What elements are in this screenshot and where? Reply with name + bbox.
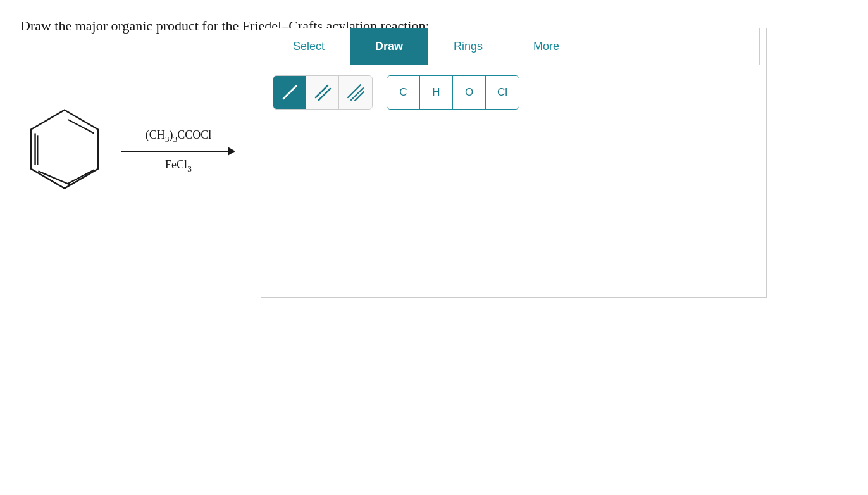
drawing-tool-panel: Select Draw Rings More: [261, 28, 767, 298]
atom-Cl-button[interactable]: Cl: [486, 76, 519, 109]
reaction-arrow-group: (CH3)3CCOCl FeCl3: [121, 128, 235, 173]
single-bond-icon: [281, 84, 299, 101]
svg-line-4: [68, 170, 94, 184]
svg-line-9: [348, 85, 361, 97]
tab-draw[interactable]: Draw: [350, 28, 428, 65]
tool-buttons-row: C H O Cl: [261, 65, 766, 120]
double-bond-button[interactable]: [306, 76, 339, 109]
double-bond-icon: [314, 84, 332, 101]
svg-line-8: [319, 89, 330, 100]
triple-bond-icon: [347, 84, 364, 101]
tab-select[interactable]: Select: [268, 28, 350, 65]
svg-line-7: [316, 85, 328, 97]
atom-group: C H O Cl: [387, 75, 519, 110]
svg-line-5: [68, 120, 94, 133]
drawing-canvas[interactable]: [261, 120, 766, 297]
reaction-diagram: (CH3)3CCOCl FeCl3: [20, 104, 248, 199]
tab-more[interactable]: More: [508, 28, 585, 65]
reagent-bottom-label: FeCl3: [165, 158, 192, 174]
toolbar-tabs: Select Draw Rings More: [261, 28, 766, 65]
atom-O-button[interactable]: O: [453, 76, 486, 109]
bond-group: [273, 75, 373, 110]
atom-C-button[interactable]: C: [387, 76, 420, 109]
svg-marker-0: [31, 110, 98, 189]
benzene-structure: [20, 104, 109, 199]
tab-rings[interactable]: Rings: [428, 28, 508, 65]
triple-bond-button[interactable]: [339, 76, 372, 109]
single-bond-button[interactable]: [273, 76, 306, 109]
panel-right-border: [766, 28, 766, 297]
reaction-arrow: [121, 147, 235, 156]
svg-line-6: [283, 86, 296, 99]
atom-H-button[interactable]: H: [420, 76, 453, 109]
reagent-top-label: (CH3)3CCOCl: [146, 128, 212, 144]
